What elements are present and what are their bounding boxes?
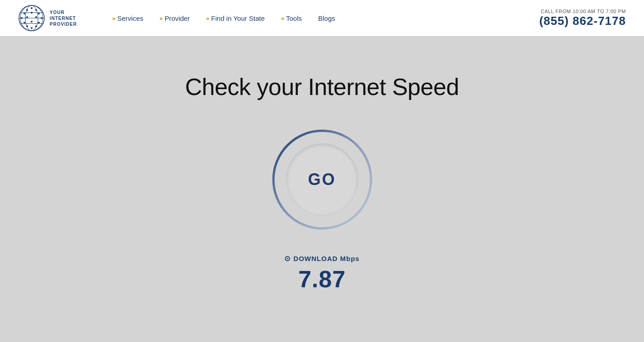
download-speed-value: 7.87 [298, 266, 346, 293]
svg-point-13 [26, 16, 28, 18]
svg-point-21 [31, 27, 33, 29]
go-button[interactable]: GO [286, 143, 358, 216]
chevron-icon: » [160, 15, 163, 22]
nav-label-provider: Provider [165, 14, 190, 22]
logo-text: YOUR INTERNET PROVIDER [50, 10, 77, 27]
download-icon: ⊙ [284, 254, 291, 263]
svg-point-15 [41, 17, 42, 19]
header: YOUR INTERNET PROVIDER » Services » Prov… [0, 0, 644, 37]
contact-area: CALL FROM 10:00 AM TO 7:00 PM (855) 862-… [539, 9, 626, 28]
logo-link[interactable]: YOUR INTERNET PROVIDER [18, 5, 77, 32]
nav-label-services: Services [117, 14, 143, 22]
svg-point-11 [38, 13, 40, 14]
svg-point-16 [24, 22, 25, 24]
nav-label-find-in-state: Find in Your State [211, 14, 264, 22]
svg-point-14 [35, 16, 37, 18]
svg-point-8 [35, 9, 37, 11]
main-nav: » Services » Provider » Find in Your Sta… [104, 14, 539, 22]
nav-item-tools[interactable]: » Tools [273, 14, 310, 22]
main-content: Check your Internet Speed GO ⊙ DOWNLOAD … [0, 37, 644, 293]
svg-point-20 [35, 25, 37, 27]
svg-point-6 [31, 7, 33, 9]
svg-point-7 [26, 9, 28, 11]
svg-point-17 [31, 21, 33, 23]
nav-item-blogs[interactable]: Blogs [310, 14, 343, 22]
nav-item-provider[interactable]: » Provider [151, 14, 198, 22]
svg-point-10 [31, 12, 33, 14]
download-label: ⊙ DOWNLOAD Mbps [284, 254, 359, 263]
svg-point-12 [21, 17, 23, 19]
speed-meter: GO [270, 128, 374, 232]
page-title: Check your Internet Speed [185, 73, 459, 100]
chevron-icon: » [112, 15, 115, 22]
logo-globe-icon [18, 5, 45, 32]
nav-label-blogs: Blogs [318, 14, 335, 22]
svg-point-18 [38, 22, 40, 24]
svg-point-19 [26, 25, 28, 27]
download-section: ⊙ DOWNLOAD Mbps 7.87 [284, 254, 359, 293]
nav-item-find-in-state[interactable]: » Find in Your State [198, 14, 273, 22]
chevron-icon: » [206, 15, 209, 22]
chevron-icon: » [281, 15, 284, 22]
call-hours-label: CALL FROM 10:00 AM TO 7:00 PM [539, 9, 626, 14]
svg-point-9 [24, 13, 25, 14]
nav-label-tools: Tools [286, 14, 302, 22]
nav-item-services[interactable]: » Services [104, 14, 151, 22]
download-label-text: DOWNLOAD Mbps [293, 255, 359, 262]
phone-number[interactable]: (855) 862-7178 [539, 14, 626, 28]
